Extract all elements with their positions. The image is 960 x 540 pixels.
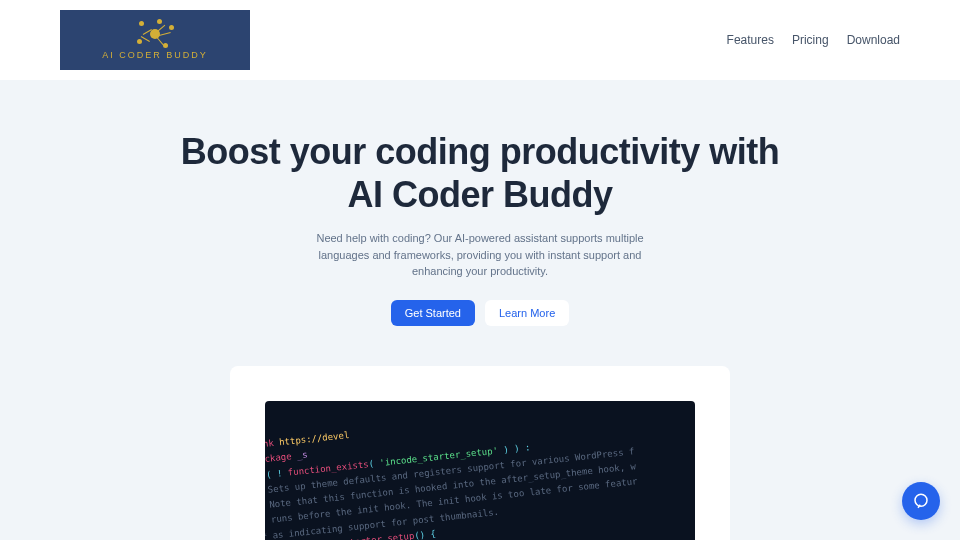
feature-card: @link https://devel@package _sif ( ! fun… bbox=[230, 366, 730, 540]
hero-section: Boost your coding productivity with AI C… bbox=[0, 80, 960, 366]
chat-icon bbox=[912, 492, 930, 510]
chat-button[interactable] bbox=[902, 482, 940, 520]
site-header: AI CODER BUDDY Features Pricing Download bbox=[0, 0, 960, 80]
main-nav: Features Pricing Download bbox=[727, 33, 900, 47]
hero-subtitle: Need help with coding? Our AI-powered as… bbox=[300, 230, 660, 280]
code-screenshot-image: @link https://devel@package _sif ( ! fun… bbox=[265, 401, 695, 540]
hero-title: Boost your coding productivity with AI C… bbox=[180, 130, 780, 216]
logo[interactable]: AI CODER BUDDY bbox=[60, 10, 250, 70]
nav-download[interactable]: Download bbox=[847, 33, 900, 47]
learn-more-button[interactable]: Learn More bbox=[485, 300, 569, 326]
nav-pricing[interactable]: Pricing bbox=[792, 33, 829, 47]
nav-features[interactable]: Features bbox=[727, 33, 774, 47]
svg-point-0 bbox=[915, 494, 927, 506]
logo-icon bbox=[135, 21, 175, 47]
logo-text: AI CODER BUDDY bbox=[102, 50, 208, 60]
get-started-button[interactable]: Get Started bbox=[391, 300, 475, 326]
hero-buttons: Get Started Learn More bbox=[180, 300, 780, 326]
feature-card-section: @link https://devel@package _sif ( ! fun… bbox=[0, 366, 960, 540]
